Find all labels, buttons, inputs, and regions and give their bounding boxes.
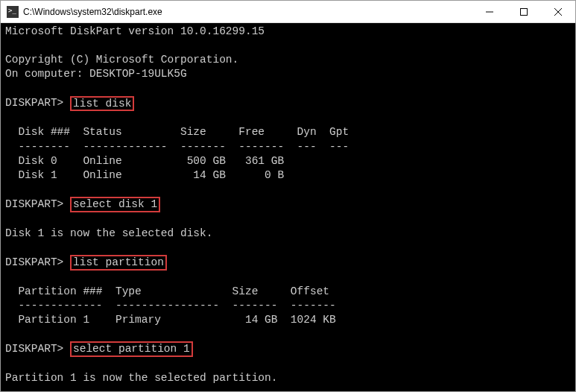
window-title: C:\Windows\system32\diskpart.exe <box>23 7 472 17</box>
version-line: Microsoft DiskPart version 10.0.16299.15 <box>5 25 265 37</box>
prompt: DISKPART> <box>5 256 70 270</box>
cmd-icon <box>7 6 19 18</box>
copyright-line: Copyright (C) Microsoft Corporation. <box>5 54 238 66</box>
cmd-select-partition: select partition 1 <box>70 341 193 357</box>
disk-row-1: Disk 1 Online 14 GB 0 B <box>5 169 284 181</box>
terminal-output[interactable]: Microsoft DiskPart version 10.0.16299.15… <box>1 23 575 391</box>
minimize-button[interactable] <box>472 1 507 22</box>
disk-table-header: Disk ### Status Size Free Dyn Gpt <box>5 126 349 138</box>
cmd-list-partition: list partition <box>70 255 167 271</box>
titlebar[interactable]: C:\Windows\system32\diskpart.exe <box>1 1 575 23</box>
maximize-button[interactable] <box>507 1 541 22</box>
msg-disk-selected: Disk 1 is now the selected disk. <box>5 227 212 239</box>
prompt: DISKPART> <box>5 342 70 356</box>
partition-row-0: Partition 1 Primary 14 GB 1024 KB <box>5 314 336 326</box>
msg-partition-selected: Partition 1 is now the selected partitio… <box>5 372 277 384</box>
app-window: C:\Windows\system32\diskpart.exe Microso… <box>0 0 576 392</box>
prompt: DISKPART> <box>5 96 70 110</box>
partition-table-divider: ------------- ---------------- ------- -… <box>5 300 336 312</box>
partition-table-header: Partition ### Type Size Offset <box>5 285 329 297</box>
prompt: DISKPART> <box>5 197 70 212</box>
cmd-list-disk: list disk <box>70 96 134 112</box>
disk-row-0: Disk 0 Online 500 GB 361 GB <box>5 155 284 167</box>
svg-rect-1 <box>521 8 528 15</box>
cmd-select-disk: select disk 1 <box>70 197 160 212</box>
window-controls <box>472 1 575 22</box>
computer-line: On computer: DESKTOP-19ULK5G <box>5 68 187 80</box>
disk-table-divider: -------- ------------- ------- ------- -… <box>5 141 349 153</box>
close-button[interactable] <box>541 1 575 22</box>
